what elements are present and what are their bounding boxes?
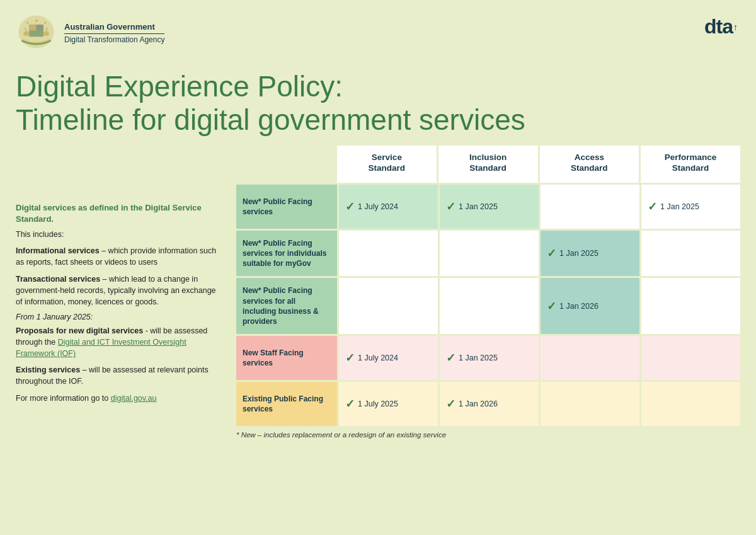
title-line2: Timeline for digital government services (16, 103, 737, 137)
dta-logo: dta↑ (704, 11, 737, 38)
row-label-existing: Existing Public Facing services (236, 382, 337, 426)
gov-line2: Digital Transformation Agency (64, 33, 164, 44)
row-label-mygov: New* Public Facing services for individu… (236, 231, 337, 277)
cell-performance-mygov (639, 231, 740, 277)
cell-performance-public-facing: ✓ 1 Jan 2025 (639, 185, 740, 229)
footnote: * New – includes replacement or a redesi… (236, 426, 740, 441)
check-icon: ✓ (446, 351, 455, 365)
more-info-text: For more information go to digital.gov.a… (16, 393, 224, 404)
cell-service-public-facing: ✓ 1 July 2024 (337, 185, 438, 229)
svg-text:★: ★ (26, 21, 29, 25)
cell-performance-existing (639, 382, 740, 426)
check-icon: ✓ (446, 397, 455, 411)
existing-text: Existing services – will be assessed at … (16, 364, 224, 387)
cell-performance-business (639, 278, 740, 334)
cell-access-existing (539, 382, 639, 426)
left-panel: Digital services as defined in the Digit… (16, 146, 224, 441)
column-headers: ServiceStandard InclusionStandard Access… (236, 146, 740, 183)
cell-content: ✓ 1 Jan 2025 (446, 351, 498, 365)
table-row: New* Public Facing services ✓ 1 July 202… (236, 183, 740, 229)
cell-inclusion-mygov (438, 231, 539, 277)
cell-inclusion-public-facing: ✓ 1 Jan 2025 (438, 185, 539, 229)
cell-content: ✓ 1 July 2025 (345, 397, 398, 411)
header: ★ ★ ★ Australian Government Digital Tran… (0, 0, 756, 59)
item2-text: Transactional services – which lead to a… (16, 273, 224, 308)
cell-date: 1 Jan 2025 (559, 249, 598, 258)
cell-inclusion-existing: ✓ 1 Jan 2026 (438, 382, 539, 426)
table-row: New Staff Facing services ✓ 1 July 2024 … (236, 334, 740, 380)
cell-inclusion-staff: ✓ 1 Jan 2025 (438, 336, 539, 380)
item1-bold: Informational services (16, 246, 100, 255)
svg-rect-4 (29, 31, 43, 37)
title-section: Digital Experience Policy: Timeline for … (0, 59, 756, 146)
cell-service-staff: ✓ 1 July 2024 (337, 336, 438, 380)
svg-rect-2 (29, 25, 36, 30)
cell-date: 1 Jan 2026 (459, 400, 498, 408)
table-row: New* Public Facing services for individu… (236, 229, 740, 277)
gov-line1: Australian Government (64, 22, 164, 33)
cell-date: 1 Jan 2025 (459, 202, 498, 211)
cell-content: ✓ 1 Jan 2025 (648, 200, 699, 214)
table-row: Existing Public Facing services ✓ 1 July… (236, 380, 740, 426)
government-logo: ★ ★ ★ Australian Government Digital Tran… (16, 11, 164, 52)
right-panel: ServiceStandard InclusionStandard Access… (236, 146, 740, 441)
svg-point-7 (43, 32, 49, 36)
svg-rect-3 (37, 25, 43, 30)
proposal-bold: Proposals for new digital services (16, 326, 143, 335)
svg-text:★: ★ (35, 18, 38, 23)
check-icon: ✓ (547, 246, 556, 260)
check-icon: ✓ (345, 351, 355, 365)
cell-access-business: ✓ 1 Jan 2026 (539, 278, 639, 334)
cell-service-existing: ✓ 1 July 2025 (337, 382, 438, 426)
existing-bold: Existing services (16, 365, 80, 374)
cell-date: 1 July 2024 (358, 354, 398, 362)
more-info-label: For more information go to (16, 394, 111, 403)
cell-inclusion-business (438, 278, 539, 334)
col-header-performance: PerformanceStandard (641, 146, 740, 183)
page: ★ ★ ★ Australian Government Digital Tran… (0, 0, 756, 535)
row-label-staff: New Staff Facing services (236, 336, 337, 380)
highlight-text: Digital services as defined in the Digit… (16, 202, 224, 225)
cell-date: 1 July 2024 (358, 202, 398, 211)
check-icon: ✓ (345, 397, 355, 411)
check-icon: ✓ (648, 200, 657, 214)
cell-performance-staff (639, 336, 740, 380)
check-icon: ✓ (547, 299, 556, 313)
row-label-business: New* Public Facing services for all incl… (236, 278, 337, 334)
cell-service-mygov (337, 231, 438, 277)
cell-date: 1 Jan 2025 (459, 354, 498, 362)
cell-access-mygov: ✓ 1 Jan 2025 (539, 231, 639, 277)
cell-content: ✓ 1 July 2024 (345, 351, 398, 365)
standards-table: ServiceStandard InclusionStandard Access… (236, 146, 740, 426)
content-area: Digital services as defined in the Digit… (0, 146, 756, 447)
main-title: Digital Experience Policy: Timeline for … (16, 70, 737, 137)
svg-text:★: ★ (43, 21, 47, 25)
proposal-text: Proposals for new digital services - wil… (16, 325, 224, 359)
item2-bold: Transactional services (16, 275, 100, 284)
cell-service-business (337, 278, 438, 334)
svg-point-5 (23, 32, 29, 36)
cell-access-staff (539, 336, 639, 380)
gov-text-block: Australian Government Digital Transforma… (64, 20, 164, 45)
item1-text: Informational services – which provide i… (16, 245, 224, 268)
cell-date: 1 July 2025 (358, 400, 398, 408)
col-header-access: AccessStandard (540, 146, 641, 183)
intro-text: This includes: (16, 229, 224, 240)
digital-gov-link[interactable]: digital.gov.au (111, 394, 157, 403)
cell-date: 1 Jan 2025 (660, 202, 699, 211)
row-label-public-facing: New* Public Facing services (236, 185, 337, 229)
table-row: New* Public Facing services for all incl… (236, 276, 740, 334)
cell-date: 1 Jan 2026 (559, 302, 598, 311)
cell-content: ✓ 1 Jan 2026 (547, 299, 598, 313)
check-icon: ✓ (345, 200, 355, 214)
cell-access-public-facing (539, 185, 639, 229)
cell-content: ✓ 1 Jan 2025 (446, 200, 498, 214)
col-header-service: ServiceStandard (337, 146, 438, 183)
col-header-inclusion: InclusionStandard (438, 146, 540, 183)
cell-content: ✓ 1 July 2024 (345, 200, 398, 214)
check-icon: ✓ (446, 200, 455, 214)
coat-of-arms-icon: ★ ★ ★ (16, 11, 57, 52)
cell-content: ✓ 1 Jan 2025 (547, 246, 598, 260)
cell-content: ✓ 1 Jan 2026 (446, 397, 498, 411)
title-line1: Digital Experience Policy: (16, 70, 737, 103)
